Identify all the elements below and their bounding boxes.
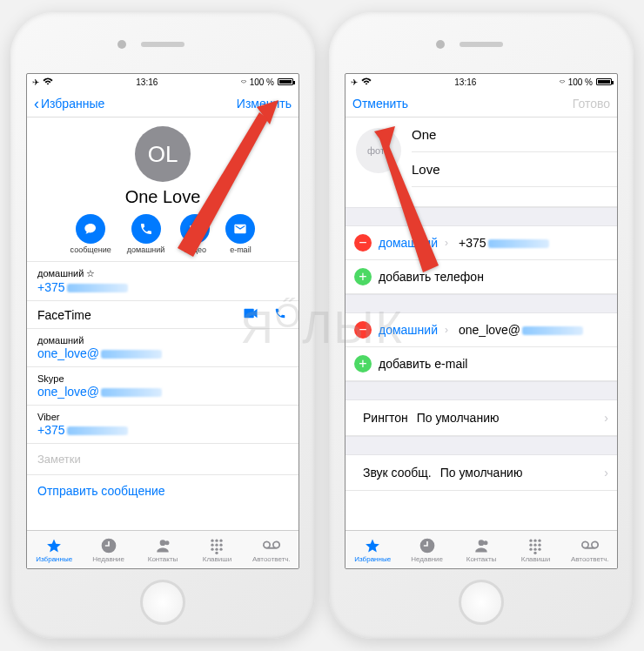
send-message-button[interactable]: Отправить сообщение — [27, 474, 299, 507]
video-icon — [180, 214, 210, 244]
phone-camera — [117, 40, 126, 49]
tab-recents[interactable]: Недавние — [399, 531, 453, 568]
email-cell[interactable]: домашний one_love@ — [27, 328, 299, 366]
clock-icon — [99, 537, 118, 554]
cancel-button[interactable]: Отменить — [352, 97, 408, 111]
battery-percent: 100 % — [250, 77, 274, 87]
status-time: 13:16 — [454, 77, 476, 87]
text-tone-label: Звук сообщ. — [363, 466, 432, 480]
video-button[interactable]: видео — [180, 214, 210, 254]
redacted — [67, 426, 128, 435]
avatar[interactable]: OL — [135, 126, 191, 182]
facetime-video-icon[interactable] — [243, 307, 258, 322]
done-button[interactable]: Готово — [573, 97, 610, 111]
mail-button[interactable]: e-mail — [225, 214, 255, 254]
chevron-right-icon: › — [604, 411, 608, 425]
edit-button[interactable]: Изменить — [237, 97, 292, 111]
email-value: one_love@ — [37, 346, 99, 360]
status-bar: ✈ 13:16 ⌔ 100 % — [345, 74, 617, 90]
redacted — [522, 326, 583, 335]
facetime-audio-icon[interactable] — [272, 307, 288, 322]
svg-point-12 — [539, 539, 541, 541]
battery-icon — [596, 78, 612, 85]
svg-point-1 — [216, 539, 218, 541]
skype-cell[interactable]: Skype one_love@ — [27, 366, 299, 405]
status-time: 13:16 — [136, 77, 158, 87]
airplane-icon: ✈ — [32, 77, 39, 87]
section-spacer — [345, 207, 617, 226]
ringtone-row[interactable]: Рингтон По умолчанию › — [345, 400, 617, 436]
add-email-row[interactable]: + добавить e-mail — [345, 347, 617, 381]
call-button[interactable]: домашний — [127, 214, 165, 254]
chevron-right-icon: › — [604, 466, 608, 480]
svg-point-19 — [534, 551, 537, 554]
tab-favorites-label: Избранные — [36, 555, 72, 563]
tab-keypad[interactable]: Клавиши — [508, 531, 562, 568]
first-name-field[interactable]: One — [412, 117, 617, 152]
mail-icon — [225, 214, 255, 244]
tab-favorites-label: Избранные — [354, 555, 391, 563]
phone-value[interactable]: +375 — [459, 236, 486, 250]
last-name-field[interactable]: Love — [412, 152, 617, 187]
message-button[interactable]: сообщение — [70, 214, 111, 254]
chevron-right-icon: › — [445, 237, 448, 249]
battery-percent: 100 % — [568, 77, 593, 87]
tab-favorites[interactable]: Избранные — [27, 531, 81, 568]
tab-bar: Избранные Недавние Контакты Клавиши Авто… — [27, 530, 299, 568]
phone-row[interactable]: − домашний › +375 — [345, 226, 617, 260]
edit-content: фото One Love − домашний › +375 + добави… — [345, 117, 617, 530]
add-photo-button[interactable]: фото — [356, 128, 401, 173]
tab-contacts-label: Контакты — [148, 555, 178, 563]
tab-recents-label: Недавние — [92, 555, 124, 563]
tab-voicemail[interactable]: Автоответч. — [563, 531, 617, 568]
tab-keypad-label: Клавиши — [203, 555, 231, 563]
ringtone-label: Рингтон — [363, 411, 408, 425]
tab-recents[interactable]: Недавние — [81, 531, 135, 568]
home-phone-cell[interactable]: домашний ☆ +375 — [27, 261, 299, 300]
star-icon — [363, 537, 382, 554]
video-label: видео — [184, 245, 206, 254]
viber-cell[interactable]: Viber +375 — [27, 405, 299, 443]
tab-voicemail[interactable]: Автоответч. — [245, 531, 299, 568]
nav-bar: ‹ Избранные Изменить — [27, 90, 299, 117]
wifi-icon — [43, 77, 53, 87]
redacted — [488, 239, 549, 248]
svg-point-5 — [220, 543, 223, 546]
facetime-cell[interactable]: FaceTime — [27, 300, 299, 328]
tab-contacts-label: Контакты — [466, 555, 497, 563]
wifi-icon — [361, 77, 372, 87]
remove-email-button[interactable]: − — [354, 321, 372, 339]
tab-contacts[interactable]: Контакты — [454, 531, 508, 568]
text-tone-value: По умолчанию — [440, 466, 605, 480]
clock-icon — [418, 537, 437, 554]
viber-value: +375 — [37, 423, 65, 437]
contacts-icon — [472, 537, 491, 554]
add-phone-row[interactable]: + добавить телефон — [345, 260, 617, 294]
home-button[interactable] — [140, 580, 185, 625]
phone-type-label[interactable]: домашний — [379, 236, 438, 250]
add-phone-button[interactable]: + — [354, 268, 372, 285]
tab-contacts[interactable]: Контакты — [136, 531, 190, 568]
home-button[interactable] — [459, 580, 504, 625]
email-value[interactable]: one_love@ — [459, 323, 520, 337]
add-email-button[interactable]: + — [354, 355, 372, 372]
star-icon — [44, 537, 64, 554]
tab-keypad-label: Клавиши — [521, 555, 550, 563]
voicemail-icon — [262, 537, 281, 554]
remove-phone-button[interactable]: − — [354, 234, 372, 252]
phone-frame-right: ✈ 13:16 ⌔ 100 % Отменить Готово фото One — [329, 12, 634, 639]
email-type-label[interactable]: домашний — [379, 323, 438, 337]
text-tone-row[interactable]: Звук сообщ. По умолчанию › — [345, 455, 617, 491]
svg-point-18 — [539, 547, 541, 550]
company-field[interactable] — [412, 187, 617, 207]
tab-keypad[interactable]: Клавиши — [190, 531, 244, 568]
notes-cell[interactable]: Заметки — [27, 443, 299, 474]
tab-bar: Избранные Недавние Контакты Клавиши Авто… — [345, 530, 617, 568]
viber-label: Viber — [37, 412, 288, 422]
email-row[interactable]: − домашний › one_love@ — [345, 313, 617, 347]
tab-favorites[interactable]: Избранные — [345, 531, 399, 568]
svg-point-11 — [534, 539, 537, 541]
home-phone-label: домашний ☆ — [37, 268, 288, 279]
screen-contact-card: ✈ 13:16 ⌔ 100 % ‹ Избранные Изменить OL … — [26, 73, 299, 569]
back-button[interactable]: ‹ Избранные — [34, 96, 104, 111]
